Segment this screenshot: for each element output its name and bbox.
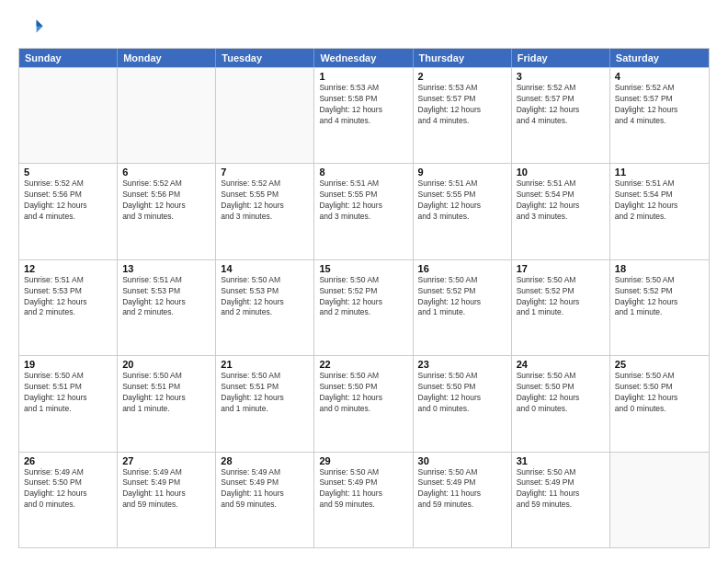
day-cell-10: 10Sunrise: 5:51 AM Sunset: 5:54 PM Dayli… [512,164,610,259]
day-number: 19 [24,359,112,370]
header [18,15,710,40]
day-info: Sunrise: 5:51 AM Sunset: 5:55 PM Dayligh… [319,178,407,223]
day-cell-2: 2Sunrise: 5:53 AM Sunset: 5:57 PM Daylig… [414,68,512,163]
day-number: 29 [319,455,407,466]
day-info: Sunrise: 5:51 AM Sunset: 5:53 PM Dayligh… [24,275,112,319]
day-number: 5 [24,167,112,178]
day-cell-25: 25Sunrise: 5:50 AM Sunset: 5:50 PM Dayli… [610,356,709,451]
weekday-header-wednesday: Wednesday [314,49,413,67]
day-number: 2 [418,71,506,82]
day-info: Sunrise: 5:50 AM Sunset: 5:50 PM Dayligh… [418,371,506,415]
day-info: Sunrise: 5:51 AM Sunset: 5:54 PM Dayligh… [517,178,605,223]
day-info: Sunrise: 5:53 AM Sunset: 5:58 PM Dayligh… [319,83,407,127]
calendar-body: 1Sunrise: 5:53 AM Sunset: 5:58 PM Daylig… [19,67,709,547]
calendar: SundayMondayTuesdayWednesdayThursdayFrid… [18,48,710,548]
day-info: Sunrise: 5:50 AM Sunset: 5:50 PM Dayligh… [615,371,704,415]
page: SundayMondayTuesdayWednesdayThursdayFrid… [0,0,728,563]
day-number: 7 [221,167,309,178]
day-number: 16 [418,263,506,274]
weekday-header-friday: Friday [512,49,610,67]
day-info: Sunrise: 5:51 AM Sunset: 5:54 PM Dayligh… [615,178,704,223]
weekday-header-thursday: Thursday [414,49,512,67]
day-number: 4 [615,71,704,82]
weekday-header-sunday: Sunday [19,49,118,67]
day-number: 27 [122,455,210,466]
weekday-header-tuesday: Tuesday [216,49,314,67]
day-cell-13: 13Sunrise: 5:51 AM Sunset: 5:53 PM Dayli… [118,260,216,355]
calendar-row-5: 26Sunrise: 5:49 AM Sunset: 5:50 PM Dayli… [19,452,709,547]
day-number: 28 [221,455,309,466]
day-cell-4: 4Sunrise: 5:52 AM Sunset: 5:57 PM Daylig… [610,68,709,163]
day-cell-21: 21Sunrise: 5:50 AM Sunset: 5:51 PM Dayli… [216,356,314,451]
day-cell-26: 26Sunrise: 5:49 AM Sunset: 5:50 PM Dayli… [19,453,118,547]
day-number: 18 [615,263,704,274]
day-number: 12 [24,263,112,274]
day-info: Sunrise: 5:50 AM Sunset: 5:51 PM Dayligh… [122,371,210,415]
day-number: 1 [319,71,407,82]
day-number: 15 [319,263,407,274]
day-info: Sunrise: 5:50 AM Sunset: 5:49 PM Dayligh… [517,467,605,511]
day-cell-5: 5Sunrise: 5:52 AM Sunset: 5:56 PM Daylig… [19,164,118,259]
day-info: Sunrise: 5:50 AM Sunset: 5:51 PM Dayligh… [24,371,112,415]
day-cell-20: 20Sunrise: 5:50 AM Sunset: 5:51 PM Dayli… [118,356,216,451]
day-number: 21 [221,359,309,370]
day-cell-19: 19Sunrise: 5:50 AM Sunset: 5:51 PM Dayli… [19,356,118,451]
day-number: 6 [122,167,210,178]
weekday-header-saturday: Saturday [610,49,709,67]
day-number: 23 [418,359,506,370]
day-info: Sunrise: 5:50 AM Sunset: 5:50 PM Dayligh… [517,371,605,415]
day-number: 24 [517,359,605,370]
day-info: Sunrise: 5:49 AM Sunset: 5:50 PM Dayligh… [24,467,112,511]
day-cell-18: 18Sunrise: 5:50 AM Sunset: 5:52 PM Dayli… [610,260,709,355]
day-info: Sunrise: 5:51 AM Sunset: 5:53 PM Dayligh… [122,275,210,319]
day-cell-empty [610,453,709,547]
day-info: Sunrise: 5:53 AM Sunset: 5:57 PM Dayligh… [418,83,506,127]
day-cell-8: 8Sunrise: 5:51 AM Sunset: 5:55 PM Daylig… [314,164,413,259]
calendar-row-3: 12Sunrise: 5:51 AM Sunset: 5:53 PM Dayli… [19,259,709,355]
day-number: 31 [517,455,605,466]
day-cell-15: 15Sunrise: 5:50 AM Sunset: 5:52 PM Dayli… [314,260,413,355]
day-info: Sunrise: 5:50 AM Sunset: 5:52 PM Dayligh… [517,275,605,319]
day-number: 22 [319,359,407,370]
day-number: 13 [122,263,210,274]
day-number: 14 [221,263,309,274]
day-number: 26 [24,455,112,466]
day-cell-17: 17Sunrise: 5:50 AM Sunset: 5:52 PM Dayli… [512,260,610,355]
day-info: Sunrise: 5:49 AM Sunset: 5:49 PM Dayligh… [221,467,309,511]
day-number: 17 [517,263,605,274]
day-cell-16: 16Sunrise: 5:50 AM Sunset: 5:52 PM Dayli… [414,260,512,355]
day-cell-12: 12Sunrise: 5:51 AM Sunset: 5:53 PM Dayli… [19,260,118,355]
day-cell-3: 3Sunrise: 5:52 AM Sunset: 5:57 PM Daylig… [512,68,610,163]
day-info: Sunrise: 5:52 AM Sunset: 5:56 PM Dayligh… [24,178,112,223]
logo-icon [18,15,44,40]
day-info: Sunrise: 5:50 AM Sunset: 5:50 PM Dayligh… [319,371,407,415]
day-cell-9: 9Sunrise: 5:51 AM Sunset: 5:55 PM Daylig… [414,164,512,259]
day-info: Sunrise: 5:50 AM Sunset: 5:51 PM Dayligh… [221,371,309,415]
day-cell-empty [216,68,314,163]
calendar-row-2: 5Sunrise: 5:52 AM Sunset: 5:56 PM Daylig… [19,163,709,259]
day-info: Sunrise: 5:50 AM Sunset: 5:49 PM Dayligh… [418,467,506,511]
day-info: Sunrise: 5:51 AM Sunset: 5:55 PM Dayligh… [418,178,506,223]
day-cell-27: 27Sunrise: 5:49 AM Sunset: 5:49 PM Dayli… [118,453,216,547]
day-number: 3 [517,71,605,82]
day-cell-empty [118,68,216,163]
day-cell-1: 1Sunrise: 5:53 AM Sunset: 5:58 PM Daylig… [314,68,413,163]
day-info: Sunrise: 5:50 AM Sunset: 5:52 PM Dayligh… [319,275,407,319]
day-cell-11: 11Sunrise: 5:51 AM Sunset: 5:54 PM Dayli… [610,164,709,259]
day-info: Sunrise: 5:52 AM Sunset: 5:55 PM Dayligh… [221,178,309,223]
day-number: 11 [615,167,704,178]
day-info: Sunrise: 5:50 AM Sunset: 5:49 PM Dayligh… [319,467,407,511]
day-cell-22: 22Sunrise: 5:50 AM Sunset: 5:50 PM Dayli… [314,356,413,451]
weekday-header-monday: Monday [118,49,216,67]
day-info: Sunrise: 5:52 AM Sunset: 5:56 PM Dayligh… [122,178,210,223]
day-number: 30 [418,455,506,466]
calendar-row-4: 19Sunrise: 5:50 AM Sunset: 5:51 PM Dayli… [19,355,709,451]
day-cell-28: 28Sunrise: 5:49 AM Sunset: 5:49 PM Dayli… [216,453,314,547]
day-info: Sunrise: 5:52 AM Sunset: 5:57 PM Dayligh… [615,83,704,127]
day-number: 8 [319,167,407,178]
day-info: Sunrise: 5:50 AM Sunset: 5:52 PM Dayligh… [615,275,704,319]
day-cell-23: 23Sunrise: 5:50 AM Sunset: 5:50 PM Dayli… [414,356,512,451]
day-cell-30: 30Sunrise: 5:50 AM Sunset: 5:49 PM Dayli… [414,453,512,547]
day-number: 9 [418,167,506,178]
calendar-row-1: 1Sunrise: 5:53 AM Sunset: 5:58 PM Daylig… [19,67,709,163]
